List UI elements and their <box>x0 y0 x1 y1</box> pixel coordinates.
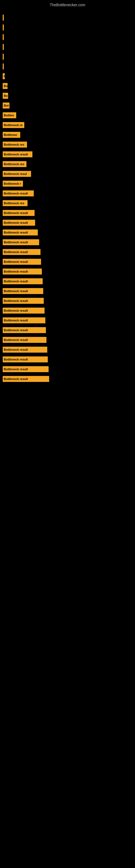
bar-row: Bottleneck result <box>3 229 132 236</box>
bar-row: Bottleneck r <box>3 180 132 187</box>
bar-row <box>3 53 132 61</box>
bar-item: Bottleneck result <box>3 210 35 216</box>
bar-row: Bottleneck result <box>3 219 132 226</box>
bar-item: Bottleneck result <box>3 366 49 372</box>
bar-row: Bottleneck result <box>3 326 132 334</box>
bar-label: Bottleneck result <box>4 348 28 351</box>
bar-item: Bottleneck resul <box>3 171 31 177</box>
bar-label: Bottleneck re <box>4 123 23 127</box>
bar-label: Bottleneck result <box>4 299 28 303</box>
bar-row: Bottleneck result <box>3 287 132 295</box>
bar-item: Bo <box>3 93 8 99</box>
bar-row: Bottleneck result <box>3 336 132 344</box>
bar-item: Bottleneck result <box>3 220 35 226</box>
bar-row: Bottleneck result <box>3 297 132 305</box>
bar-row: B <box>3 72 132 80</box>
bar-label: Bottleneck result <box>4 260 28 264</box>
bar-label: Bottleneck resul <box>4 172 27 176</box>
bar-item: Bottleneck res <box>3 200 28 206</box>
bar-label: Bottleneck res <box>4 202 24 205</box>
bar-label: B <box>4 74 5 78</box>
bar-label: Bottleneck result <box>4 377 28 380</box>
bar-row: Bottleneck result <box>3 355 132 363</box>
bar-label: Bottleneck result <box>4 289 28 293</box>
bar-item: Bottleneck result <box>3 356 48 362</box>
bar-row: Bottleneck res <box>3 160 132 168</box>
bar-label: Bottleneck res <box>4 162 24 166</box>
bar-label: Bottlen <box>4 114 14 117</box>
bar-item <box>3 14 4 21</box>
bar-row: Bottleneck result <box>3 239 132 246</box>
bar-row: Bottleneck resul <box>3 170 132 178</box>
bar-label: Bottleneck result <box>4 319 28 322</box>
bar-label: Bot <box>4 104 9 107</box>
bar-item <box>3 24 4 30</box>
bar-label: Bottleneck result <box>4 368 28 371</box>
bar-row <box>3 63 132 70</box>
bar-row <box>3 24 132 31</box>
bar-row: Bottlen <box>3 112 132 119</box>
bar-item: Bottleneck result <box>3 288 43 294</box>
bar-item: Bottlen <box>3 112 16 118</box>
bar-row: Bottleneck result <box>3 278 132 285</box>
bar-label: Bottlenec <box>4 133 17 136</box>
bar-label: Bottleneck res <box>4 143 24 146</box>
bar-item: Bottleneck result <box>3 278 43 284</box>
bar-item: Bottleneck result <box>3 151 32 157</box>
bar-item: Bot <box>3 102 9 108</box>
bar-row: Bottleneck re <box>3 121 132 129</box>
bar-row: Bottleneck result <box>3 209 132 217</box>
bar-row: Bottleneck result <box>3 316 132 324</box>
bar-label: Bo <box>4 84 8 88</box>
bar-label: Bottleneck result <box>4 329 28 332</box>
bar-label: Bottleneck result <box>4 338 28 341</box>
bar-label: Bottleneck result <box>4 280 28 283</box>
bar-item: Bottleneck result <box>3 229 38 236</box>
bar-label: Bottleneck result <box>4 250 28 254</box>
bar-row: Bottleneck result <box>3 258 132 266</box>
bar-item: Bottleneck result <box>3 347 47 352</box>
bar-item: B <box>3 73 5 79</box>
bar-row: Bottleneck result <box>3 307 132 314</box>
bar-row: Bottleneck result <box>3 346 132 353</box>
bar-item: Bottleneck result <box>3 308 45 314</box>
bar-item: Bottleneck result <box>3 259 41 265</box>
bar-item: Bottleneck result <box>3 337 46 343</box>
bar-item: Bottleneck result <box>3 376 49 382</box>
bar-row <box>3 43 132 51</box>
bar-label: Bottleneck result <box>4 221 28 224</box>
bar-item: Bo <box>3 83 8 89</box>
bar-item: Bottleneck result <box>3 269 42 275</box>
bar-item: Bottleneck result <box>3 317 45 323</box>
bar-row <box>3 14 132 22</box>
bar-label: Bottleneck result <box>4 153 28 156</box>
bar-item <box>3 34 4 40</box>
bar-item: Bottleneck result <box>3 190 34 196</box>
bar-item: Bottleneck r <box>3 181 23 187</box>
bar-item: Bottleneck result <box>3 249 41 255</box>
bar-label: Bottleneck result <box>4 192 28 195</box>
bar-row: Bottleneck result <box>3 248 132 256</box>
bar-row: Bottleneck res <box>3 199 132 207</box>
bar-item: Bottleneck re <box>3 122 24 128</box>
site-title: TheBottlenecker.com <box>0 0 135 8</box>
bar-item <box>3 54 4 60</box>
bar-item: Bottlenec <box>3 132 20 138</box>
bar-row <box>3 33 132 41</box>
bar-row: Bottlenec <box>3 131 132 138</box>
bar-row: Bottleneck result <box>3 375 132 383</box>
bar-row: Bottleneck result <box>3 190 132 197</box>
bar-label: Bottleneck result <box>4 270 28 273</box>
bar-label: Bottleneck r <box>4 182 21 185</box>
bar-item <box>3 63 4 69</box>
bar-row: Bot <box>3 102 132 109</box>
bar-row: Bottleneck result <box>3 365 132 373</box>
bar-row: Bottleneck result <box>3 151 132 158</box>
bar-item: Bottleneck result <box>3 327 46 333</box>
bar-row: Bottleneck res <box>3 141 132 148</box>
bar-item: Bottleneck result <box>3 239 39 245</box>
bar-label: Bottleneck result <box>4 211 28 215</box>
bar-item: Bottleneck res <box>3 142 27 148</box>
bar-item: Bottleneck res <box>3 161 27 167</box>
bar-label: Bottleneck result <box>4 241 28 244</box>
